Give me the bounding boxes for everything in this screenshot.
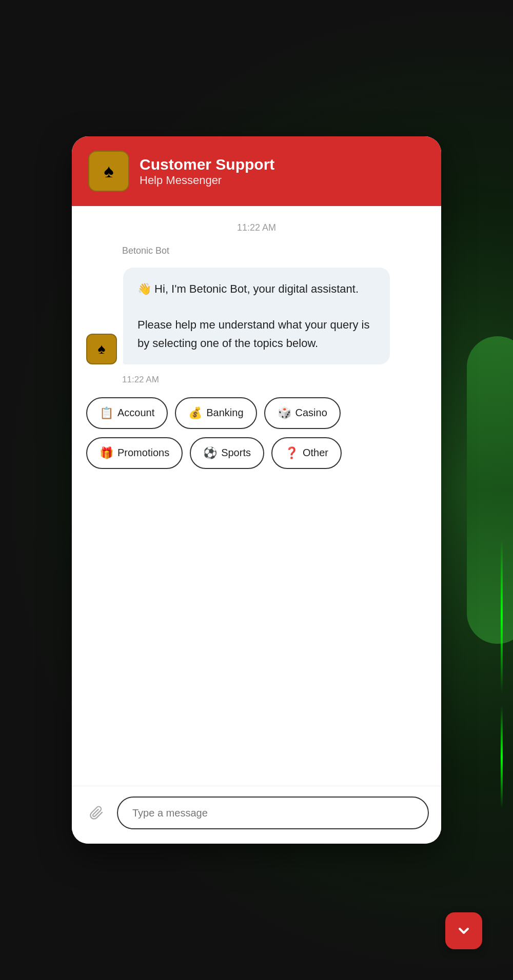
chat-footer [72,786,441,844]
bot-avatar: ♠ [86,334,117,364]
promotions-icon: 🎁 [100,446,113,460]
sports-label: Sports [221,447,251,459]
sports-icon: ⚽ [203,446,217,460]
account-label: Account [117,407,154,419]
header-subtitle: Help Messenger [140,174,274,187]
header: ♠ Customer Support Help Messenger [72,136,441,206]
bot-avatar-icon: ♠ [98,341,106,357]
topic-sports-button[interactable]: ⚽ Sports [190,437,264,469]
message-input[interactable] [117,797,429,829]
promotions-label: Promotions [117,447,169,459]
green-line-2 [501,706,503,808]
topic-banking-button[interactable]: 💰 Banking [175,397,256,429]
other-icon: ❓ [285,446,299,460]
message-timestamp: 11:22 AM [86,375,427,385]
timestamp-top: 11:22 AM [86,222,427,233]
green-shape [467,336,513,644]
paperclip-icon [89,806,104,820]
chevron-down-icon [456,923,472,939]
scroll-down-button[interactable] [445,912,482,949]
topic-other-button[interactable]: ❓ Other [271,437,342,469]
topic-casino-button[interactable]: 🎲 Casino [264,397,341,429]
other-label: Other [303,447,328,459]
header-title: Customer Support [140,155,274,174]
banking-icon: 💰 [188,406,202,420]
topic-buttons-container: 📋 Account 💰 Banking 🎲 Casino 🎁 Promotion… [86,397,427,469]
chat-body: 11:22 AM Betonic Bot ♠ 👋 Hi, I'm Betonic… [72,206,441,786]
topic-promotions-button[interactable]: 🎁 Promotions [86,437,183,469]
casino-label: Casino [295,407,327,419]
attach-button[interactable] [84,801,109,825]
green-line-1 [501,539,503,693]
bot-bubble: 👋 Hi, I'm Betonic Bot, your digital assi… [123,268,390,364]
topic-account-button[interactable]: 📋 Account [86,397,168,429]
logo-icon: ♠ [104,160,113,182]
bot-label: Betonic Bot [86,246,427,256]
brand-logo: ♠ [88,151,129,192]
casino-icon: 🎲 [278,406,291,420]
chat-window: ♠ Customer Support Help Messenger 11:22 … [72,136,441,844]
topic-row-1: 📋 Account 💰 Banking 🎲 Casino [86,397,427,429]
chat-spacer [86,477,427,773]
bot-message-row: ♠ 👋 Hi, I'm Betonic Bot, your digital as… [86,268,427,364]
banking-label: Banking [206,407,243,419]
topic-row-2: 🎁 Promotions ⚽ Sports ❓ Other [86,437,427,469]
header-text: Customer Support Help Messenger [140,155,274,187]
account-icon: 📋 [100,406,113,420]
